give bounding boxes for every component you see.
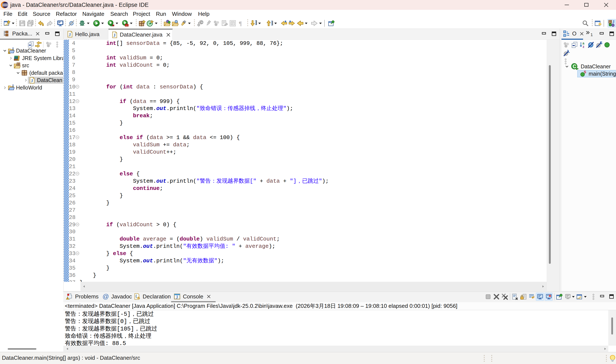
new-java-class-button[interactable] (147, 20, 154, 27)
back-button[interactable] (297, 20, 303, 27)
coverage-dropdown-icon[interactable] (115, 20, 119, 27)
terminate-button[interactable] (485, 293, 492, 300)
open-console-button[interactable] (57, 20, 64, 27)
code-line-18[interactable]: 18 validSum += data; (64, 141, 560, 148)
sort-button[interactable] (579, 41, 586, 48)
menu-window[interactable]: Window (172, 10, 192, 18)
tree-item-src[interactable]: src (0, 62, 63, 69)
chevron-right-icon[interactable] (9, 56, 13, 60)
menu-project[interactable]: Project (133, 10, 150, 18)
window-minimize-button[interactable] (557, 0, 577, 10)
forward-button[interactable] (311, 20, 318, 27)
next-edit-location-button[interactable] (288, 20, 295, 27)
code-line-34[interactable]: 34 System.out.println("无有效数据"); (64, 257, 560, 264)
fold-collapse-icon[interactable] (76, 135, 79, 139)
tree-item-helloworld[interactable]: HelloWorld (0, 84, 63, 91)
new-java-project-button[interactable] (139, 20, 145, 27)
code-line-9[interactable]: 9 (64, 76, 560, 83)
show-on-stderr-button[interactable] (545, 293, 553, 301)
code-line-4[interactable]: 4 int[] sensorData = {85, -5, 92, 0, 105… (64, 40, 560, 47)
run-dropdown-icon[interactable] (101, 20, 104, 27)
maximize-view-icon[interactable] (609, 31, 615, 37)
console-output[interactable]: 警告：发现越界数据[-5]，已跳过警告：发现越界数据[0]，已跳过警告：发现越界… (63, 310, 608, 346)
tab-console[interactable]: Console (171, 292, 216, 301)
scroll-left-icon[interactable] (64, 346, 70, 352)
menu-search[interactable]: Search (110, 10, 128, 18)
code-line-5[interactable]: 5 (64, 47, 560, 54)
clear-console-button[interactable] (512, 293, 519, 300)
minimize-view-icon[interactable] (45, 31, 50, 37)
scroll-left-icon[interactable] (81, 282, 87, 291)
tree-item-dataclean[interactable]: DataClean (0, 77, 63, 84)
show-source-quickdiff-button[interactable] (221, 20, 228, 27)
code-line-14[interactable]: 14 break; (64, 112, 560, 119)
code-line-7[interactable]: 7 int validCount = 0; (64, 62, 560, 69)
code-line-36[interactable]: 36 } (64, 272, 560, 279)
coverage-button[interactable] (107, 20, 114, 27)
tab-datacleaner-java[interactable]: DataCleaner.java (109, 29, 173, 40)
tab-hello-java[interactable]: Hello.java (64, 29, 108, 40)
previous-annotation-dropdown-icon[interactable] (274, 20, 277, 27)
close-icon[interactable] (579, 31, 585, 37)
code-line-15[interactable]: 15 } (64, 119, 560, 127)
code-line-21[interactable]: 21 (64, 163, 560, 170)
code-line-23[interactable]: 23 System.out.println("警告：发现越界数据[" + dat… (64, 178, 560, 185)
tab-outline[interactable]: O (563, 29, 585, 39)
hide-fields-button[interactable] (587, 41, 594, 48)
previous-edit-location-button[interactable] (280, 20, 287, 27)
minimize-view-icon[interactable] (599, 293, 606, 300)
code-line-22[interactable]: 22 else { (64, 170, 560, 178)
minimize-view-icon[interactable] (599, 31, 605, 37)
save-button[interactable] (19, 20, 26, 27)
code-line-10[interactable]: 10 for (int data : sensorData) { (64, 83, 560, 91)
code-line-8[interactable]: 8 (64, 69, 560, 76)
code-line-35[interactable]: 35 } (64, 264, 560, 272)
save-all-button[interactable] (27, 20, 34, 27)
view-menu-icon[interactable] (592, 294, 595, 300)
next-annotation-button[interactable] (250, 20, 257, 27)
editor-vscrollbar[interactable] (547, 40, 560, 291)
code-line-26[interactable]: 26 } (64, 199, 560, 207)
tree-item--default-packa[interactable]: (default packa (0, 69, 63, 77)
open-perspective-button[interactable] (595, 20, 602, 27)
code-line-30[interactable]: 30 (64, 228, 560, 235)
chevron-right-icon[interactable] (2, 85, 7, 90)
fold-collapse-icon[interactable] (76, 251, 79, 255)
editor-hscrollbar[interactable] (81, 282, 547, 291)
display-console-dropdown-icon[interactable] (572, 293, 575, 300)
code-line-31[interactable]: 31 double average = (double) validSum / … (64, 235, 560, 243)
editor-vscrollbar-thumb[interactable] (549, 65, 551, 264)
fold-collapse-icon[interactable] (76, 172, 79, 176)
show-block-selection-button[interactable] (229, 20, 236, 27)
pin-editor-button[interactable] (328, 20, 335, 27)
menu-file[interactable]: File (3, 10, 13, 18)
open-console-dropdown-icon[interactable] (584, 293, 587, 300)
menu-refactor[interactable]: Refactor (56, 10, 77, 18)
code-line-27[interactable]: 27 (64, 207, 560, 214)
menu-run[interactable]: Run (156, 10, 166, 18)
menu-help[interactable]: Help (198, 10, 209, 18)
word-wrap-button[interactable] (528, 293, 535, 300)
code-line-37[interactable]: 37} (64, 279, 560, 282)
focus-task-button[interactable] (213, 20, 220, 27)
code-line-33[interactable]: 33 } else { (64, 250, 560, 257)
code-line-24[interactable]: 24 continue; (64, 185, 560, 192)
code-line-20[interactable]: 20 } (64, 156, 560, 163)
code-line-16[interactable]: 16 (64, 127, 560, 134)
previous-annotation-button[interactable] (266, 20, 273, 27)
toggle-highlight-button[interactable] (205, 20, 212, 27)
close-icon[interactable] (206, 294, 212, 299)
menu-source[interactable]: Source (33, 10, 50, 18)
focus-task-button-disabled[interactable] (563, 41, 570, 48)
outline-item-main-string[interactable]: main(String (561, 70, 616, 77)
sash-right[interactable] (560, 29, 561, 291)
scroll-right-icon[interactable] (540, 282, 546, 291)
toggle-mark-occurrences-button[interactable] (197, 20, 204, 27)
run-external-dropdown-icon[interactable] (130, 20, 133, 27)
run-button[interactable] (93, 20, 100, 27)
close-icon[interactable] (165, 32, 171, 38)
collapse-all-button[interactable] (571, 41, 578, 48)
tab-javadoc[interactable]: Javadoc (99, 292, 131, 301)
tree-item-datacleaner[interactable]: DataCleaner (0, 47, 63, 54)
code-editor[interactable]: 4 int[] sensorData = {85, -5, 92, 0, 105… (64, 40, 560, 291)
